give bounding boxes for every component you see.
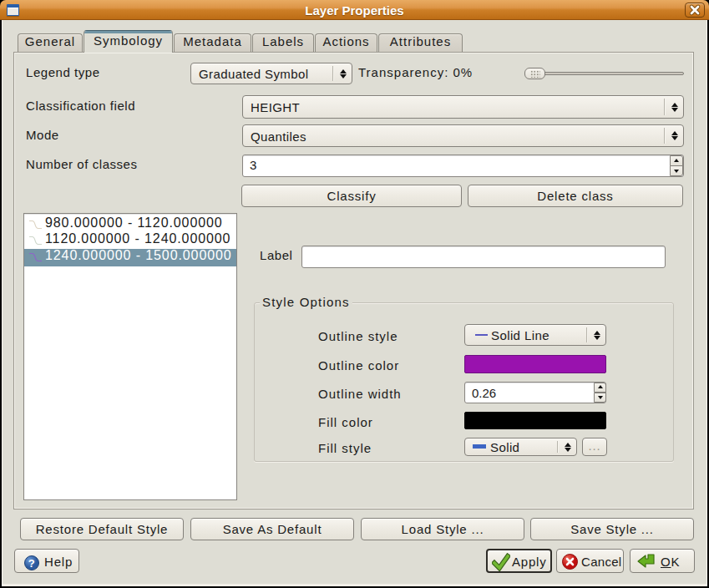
- svg-text:?: ?: [28, 557, 36, 570]
